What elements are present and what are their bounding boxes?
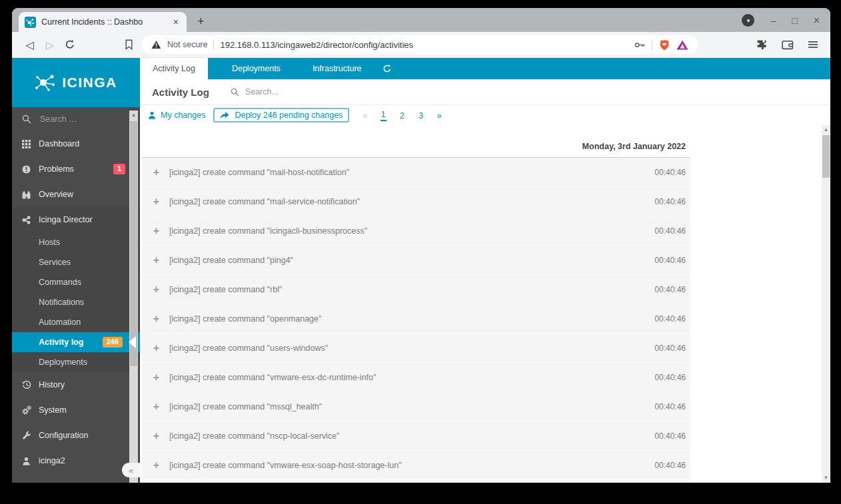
- sidebar-search[interactable]: [12, 107, 140, 131]
- problems-badge: 1: [113, 164, 125, 174]
- wallet-icon[interactable]: [782, 39, 794, 50]
- tab-search-icon[interactable]: ▾: [742, 14, 754, 27]
- sidebar-item-overview[interactable]: Overview: [12, 182, 140, 207]
- activity-log-badge: 246: [103, 337, 123, 348]
- activity-row[interactable]: +[icinga2] create command "rbl"00:40:46: [142, 275, 690, 304]
- tab-deployments[interactable]: Deployments: [219, 58, 293, 79]
- page-title: Activity Log: [152, 87, 209, 98]
- sidebar-item-user[interactable]: icinga2: [12, 448, 140, 473]
- sidebar-item-history[interactable]: History: [12, 372, 140, 397]
- sidebar-item-activity-log[interactable]: Activity log 246: [12, 332, 140, 352]
- window-controls: ▾ – □ ×: [742, 14, 820, 27]
- sidebar-item-notifications[interactable]: Notifications: [12, 292, 140, 312]
- sidebar-item-hosts[interactable]: Hosts: [12, 232, 140, 252]
- content-search-input[interactable]: [244, 87, 367, 97]
- password-key-icon[interactable]: [634, 40, 646, 50]
- activity-row[interactable]: +[icinga2] create command "users-windows…: [142, 334, 690, 363]
- activity-text: [icinga2] create command "vmware-esx-dc-…: [169, 373, 646, 382]
- activity-row[interactable]: +[icinga2] create command "icingacli-bus…: [142, 216, 690, 246]
- sidebar-item-commands[interactable]: Commands: [12, 272, 140, 292]
- content-scroll-down-icon[interactable]: ▼: [822, 473, 830, 483]
- maximize-button[interactable]: □: [792, 16, 797, 25]
- sidebar-search-input[interactable]: [39, 114, 115, 125]
- activity-row[interactable]: +[icinga2] create command "ping4"00:40:4…: [142, 246, 690, 275]
- brave-shield-icon[interactable]: [658, 39, 670, 51]
- pagination-prev-icon[interactable]: «: [363, 111, 367, 121]
- new-tab-button[interactable]: +: [197, 15, 205, 27]
- user-icon: [21, 456, 31, 466]
- sidebar-item-services[interactable]: Services: [12, 252, 140, 272]
- tab-strip: Current Incidents :: Dashbo × + ▾ – □ ×: [12, 8, 830, 32]
- sidebar-scroll-up-icon[interactable]: ▲: [129, 111, 138, 120]
- deploy-button[interactable]: Deploy 246 pending changes: [213, 108, 349, 123]
- tab-activity-log[interactable]: Activity Log: [140, 58, 208, 79]
- minimize-button[interactable]: –: [770, 16, 776, 25]
- sidebar-item-label: Commands: [39, 278, 81, 287]
- my-changes-link[interactable]: My changes: [148, 111, 205, 120]
- sidebar-item-label: Deployments: [39, 358, 87, 367]
- activity-text: [icinga2] create command "vmware-esx-soa…: [169, 461, 646, 470]
- tab-infrastructure[interactable]: Infrastructure: [300, 58, 375, 79]
- activity-row[interactable]: +[icinga2] create command "mail-host-not…: [142, 158, 690, 187]
- pagination-next-icon[interactable]: »: [436, 111, 441, 121]
- sidebar-item-label: Notifications: [39, 298, 84, 307]
- activity-row[interactable]: +[icinga2] create command "vmware-esx-dc…: [142, 363, 690, 392]
- sidebar-item-system[interactable]: System: [12, 397, 140, 423]
- refresh-icon[interactable]: [383, 58, 392, 79]
- activity-row[interactable]: +[icinga2] create command "vmware-esx-so…: [142, 451, 690, 480]
- extensions-puzzle-icon[interactable]: [756, 39, 768, 51]
- activity-time: 00:40:46: [654, 256, 686, 265]
- menu-hamburger-icon[interactable]: [808, 40, 818, 49]
- content-tab-bar: Activity Log Deployments Infrastructure: [140, 58, 830, 79]
- icinga-favicon-icon: [25, 17, 36, 28]
- tab-close-icon[interactable]: ×: [171, 17, 181, 27]
- reload-button[interactable]: [60, 39, 80, 50]
- content-scroll-thumb[interactable]: [822, 135, 830, 178]
- activity-row[interactable]: +[icinga2] create command "mssql_health"…: [142, 392, 690, 421]
- search-icon: [21, 115, 31, 125]
- pagination-page-2[interactable]: 2: [399, 111, 405, 121]
- sidebar-scroll-thumb[interactable]: [130, 121, 137, 366]
- browser-window: Current Incidents :: Dashbo × + ▾ – □ × …: [12, 8, 830, 483]
- browser-toolbar: ◁ ▷ Not secure 192.168.0.113/icingaweb2/…: [12, 32, 830, 58]
- tab-title: Current Incidents :: Dashbo: [41, 17, 166, 27]
- content-header: Activity Log: [140, 79, 830, 105]
- alert-circle-icon: [21, 164, 31, 174]
- url-bar[interactable]: Not secure 192.168.0.113/icingaweb2/dire…: [142, 35, 698, 54]
- sidebar-scrollbar[interactable]: ▲: [129, 111, 138, 483]
- close-window-button[interactable]: ×: [814, 15, 820, 26]
- security-label[interactable]: Not secure: [167, 40, 207, 49]
- sidebar-item-deployments[interactable]: Deployments: [12, 352, 140, 372]
- plus-icon: +: [152, 226, 161, 236]
- bookmark-icon[interactable]: [124, 39, 134, 50]
- plus-icon: +: [152, 314, 161, 324]
- plus-icon: +: [152, 343, 161, 354]
- activity-row[interactable]: +[icinga2] create command "nscp-local-se…: [142, 421, 690, 451]
- content-search[interactable]: [231, 87, 367, 97]
- icinga-app: ICINGA Dashboard Problems 1: [12, 58, 830, 483]
- url-text[interactable]: 192.168.0.113/icingaweb2/director/config…: [220, 40, 628, 50]
- activity-row[interactable]: +[icinga2] create command "icingacli-dir…: [142, 480, 690, 483]
- content-scroll-up-icon[interactable]: ▲: [822, 125, 830, 134]
- pagination-page-1[interactable]: 1: [381, 109, 387, 121]
- back-button[interactable]: ◁: [20, 39, 40, 51]
- logo-text: ICINGA: [62, 75, 117, 91]
- icinga-logo[interactable]: ICINGA: [12, 58, 140, 107]
- sidebar-item-icinga-director[interactable]: Icinga Director: [12, 207, 140, 232]
- activity-row[interactable]: +[icinga2] create command "mail-service-…: [142, 187, 690, 216]
- browser-tab[interactable]: Current Incidents :: Dashbo ×: [19, 12, 187, 32]
- sidebar-item-dashboard[interactable]: Dashboard: [12, 131, 140, 156]
- sidebar-item-problems[interactable]: Problems 1: [12, 156, 140, 182]
- sidebar-item-automation[interactable]: Automation: [12, 312, 140, 332]
- tab-label: Infrastructure: [313, 64, 362, 73]
- content-scrollbar[interactable]: ▲ ▼: [822, 125, 830, 483]
- forward-button[interactable]: ▷: [40, 39, 60, 51]
- pagination-page-3[interactable]: 3: [418, 111, 424, 121]
- bat-rewards-icon[interactable]: [676, 39, 688, 51]
- sidebar-collapse-button[interactable]: «: [122, 463, 140, 477]
- sidebar-item-label: History: [39, 380, 65, 389]
- plus-icon: +: [152, 284, 161, 295]
- activity-row[interactable]: +[icinga2] create command "openmanage"00…: [142, 304, 690, 334]
- sidebar-item-configuration[interactable]: Configuration: [12, 423, 140, 448]
- activity-text: [icinga2] create command "nscp-local-ser…: [169, 431, 646, 441]
